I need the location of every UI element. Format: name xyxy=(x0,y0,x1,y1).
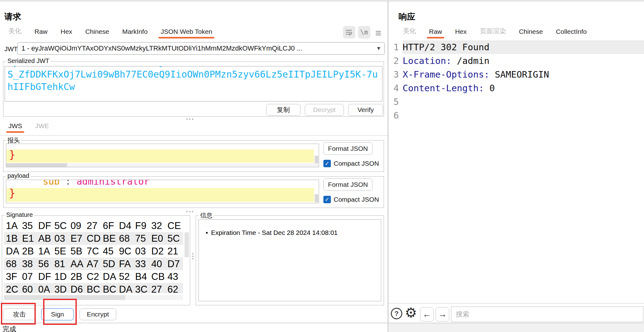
jwt-selector-label: JWT xyxy=(4,45,18,53)
signature-hscroll-thumb[interactable] xyxy=(4,295,125,300)
hex-byte: 2C xyxy=(6,283,22,293)
jwt-tab-jwe[interactable]: JWE xyxy=(29,120,55,134)
hex-byte: 7C xyxy=(87,245,103,258)
hex-byte: BE xyxy=(103,232,119,245)
signature-vscroll-thumb[interactable] xyxy=(185,232,189,257)
line-number: 3 xyxy=(389,69,403,80)
payload-close-brace: } xyxy=(9,187,15,199)
response-tab-raw[interactable]: Raw xyxy=(422,26,449,40)
hex-byte: 60 xyxy=(22,283,38,293)
payload-compact-json-checkbox[interactable]: ✓ xyxy=(323,196,331,203)
header-hscroll-track[interactable] xyxy=(6,163,319,167)
http-header-value: /admin xyxy=(451,56,489,66)
copy-button[interactable]: 复制 xyxy=(266,104,300,116)
signature-hex-row: 1A35DF5C09276FD4F932CE xyxy=(4,219,183,232)
response-tab-美化[interactable]: 美化 xyxy=(396,25,422,40)
hex-byte: 03 xyxy=(135,245,151,258)
response-tab-collectinfo[interactable]: CollectInfo xyxy=(549,26,593,40)
hex-byte: D7 xyxy=(167,258,183,270)
menu-icon[interactable]: ≡ xyxy=(372,27,385,39)
hex-byte: DF xyxy=(38,270,54,283)
serialized-jwt-title: Serialized JWT xyxy=(6,57,51,65)
gear-icon[interactable]: ⚙ xyxy=(405,305,417,320)
splitter-grip[interactable] xyxy=(186,119,193,120)
http-header-name: X-Frame-Options: xyxy=(403,69,489,80)
header-format-json-button[interactable]: Format JSON xyxy=(323,142,372,155)
hex-byte: 81 xyxy=(54,258,71,270)
signature-hex-row: DA2B1A5E5B7C459C03D221 xyxy=(4,245,183,258)
attack-button[interactable]: 攻击 xyxy=(3,308,35,320)
http-header-value: SAMEORIGIN xyxy=(489,69,549,80)
line-number: 5 xyxy=(389,96,403,107)
jwt-editor-window: 请求 美化RawHexChineseMarkInfoJSON Web Token… xyxy=(0,0,644,332)
splitter-grip-vertical[interactable] xyxy=(192,253,194,259)
help-icon[interactable]: ? xyxy=(391,308,402,319)
payload-vscroll-thumb[interactable] xyxy=(315,194,318,202)
hex-byte: A7 xyxy=(87,258,103,270)
hex-byte: AB xyxy=(38,232,54,245)
prev-match-button[interactable]: ← xyxy=(420,307,434,321)
request-tab-hex[interactable]: Hex xyxy=(54,26,79,40)
payload-highlight: } xyxy=(7,188,314,202)
header-vscroll-thumb[interactable] xyxy=(315,156,318,163)
jwt-header-title: 报头 xyxy=(6,136,21,145)
request-tab-json-web-token[interactable]: JSON Web Token xyxy=(154,26,219,40)
response-editor[interactable]: 1HTTP/2 302 Found2Location: /admin3X-Fra… xyxy=(389,40,644,122)
response-line-text: X-Frame-Options: SAMEORIGIN xyxy=(403,68,644,81)
newline-icon[interactable]: \n xyxy=(358,26,370,38)
response-line-text: HTTP/2 302 Found xyxy=(403,40,644,54)
line-number: 4 xyxy=(389,83,403,93)
request-tab-chinese[interactable]: Chinese xyxy=(79,26,116,40)
wrap-lines-icon[interactable] xyxy=(343,26,355,38)
request-panel-title: 请求 xyxy=(4,11,21,22)
jwt-dropdown-value: 1 - eyJraWQiOiJmYTAxODYxNS0wMzkyLTRkMTUt… xyxy=(21,44,302,52)
next-match-button[interactable]: → xyxy=(436,307,449,321)
header-compact-json-checkbox[interactable]: ✓ xyxy=(323,160,331,167)
response-footer-divider xyxy=(388,303,644,303)
panel-divider[interactable] xyxy=(388,1,388,332)
line-number: 1 xyxy=(389,42,403,52)
header-hscroll-thumb[interactable] xyxy=(6,163,67,167)
jwt-dropdown[interactable]: 1 - eyJraWQiOiJmYTAxODYxNS0wMzkyLTRkMTUt… xyxy=(17,42,385,55)
request-tab-raw[interactable]: Raw xyxy=(28,26,54,40)
response-line: 3X-Frame-Options: SAMEORIGIN xyxy=(389,68,644,81)
response-line: 6 xyxy=(389,109,644,122)
hex-byte: DF xyxy=(38,219,54,232)
search-input[interactable] xyxy=(451,307,643,322)
header-compact-json-label: Compact JSON xyxy=(334,160,379,167)
jwt-tab-jws[interactable]: JWS xyxy=(2,120,29,134)
http-header-value: 0 xyxy=(484,83,495,93)
signature-hscroll-track[interactable] xyxy=(4,295,183,300)
decrypt-button[interactable]: Decrypt xyxy=(305,104,344,116)
hex-byte: CE xyxy=(167,219,183,232)
request-tab-markinfo[interactable]: MarkInfo xyxy=(116,26,154,40)
sign-button[interactable]: Sign xyxy=(41,308,74,321)
hex-byte: 5C xyxy=(54,219,71,232)
jwt-payload-textarea[interactable]: sub : administrator } xyxy=(6,180,319,203)
payload-format-json-button[interactable]: Format JSON xyxy=(323,178,372,191)
verify-button[interactable]: Verify xyxy=(348,104,383,116)
response-tab-页面渲染[interactable]: 页面渲染 xyxy=(473,25,512,40)
hex-byte: 2B xyxy=(22,245,38,258)
encrypt-button[interactable]: Encrypt xyxy=(80,308,116,320)
hex-byte: E7 xyxy=(71,232,87,245)
hex-byte: FA xyxy=(119,258,135,270)
hex-byte: 27 xyxy=(151,283,167,293)
signature-hex-view[interactable]: 1A35DF5C09276FD4F932CE1BE1AB03E7CDBE6875… xyxy=(4,219,183,293)
hex-byte: 3D xyxy=(54,283,71,293)
hex-byte: 40 xyxy=(151,258,167,270)
jwt-text-line: hIIFbGTehkCw xyxy=(7,81,382,93)
request-tab-美化[interactable]: 美化 xyxy=(2,25,28,40)
response-tab-hex[interactable]: Hex xyxy=(449,26,473,40)
serialized-jwt-textarea[interactable]: eyJraWQiOiJmYTAxODYxNS0wMzkyLTRkMTUtODli… xyxy=(5,66,382,101)
payload-key: sub xyxy=(43,180,60,187)
splitter-grip[interactable] xyxy=(186,211,193,212)
jwt-header-textarea[interactable]: } xyxy=(6,144,319,167)
hex-byte: DA xyxy=(103,270,119,283)
hex-byte: 3F xyxy=(6,270,22,283)
response-tab-chinese[interactable]: Chinese xyxy=(512,26,549,40)
signature-title: Signature xyxy=(5,211,34,218)
signature-hex-row: 2C600A3DD6BCBCDA3C2762 xyxy=(4,283,183,293)
status-text: 完成 xyxy=(2,325,16,332)
hex-byte: 5D xyxy=(103,258,119,270)
